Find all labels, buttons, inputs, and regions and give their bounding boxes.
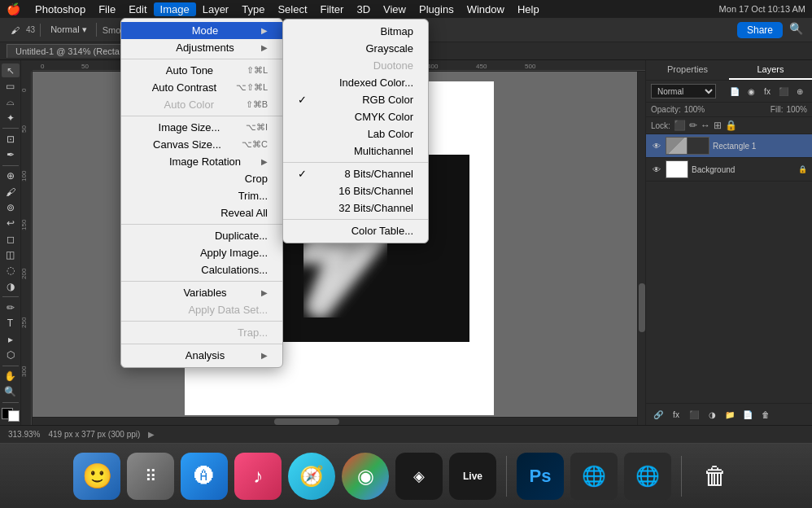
scrollbar-vertical[interactable]	[637, 72, 645, 425]
submenu-lab[interactable]: Lab Color	[283, 125, 428, 142]
search-icon[interactable]: 🔍	[789, 22, 805, 38]
add-mask-btn[interactable]: ⬛	[687, 407, 701, 422]
blend-mode-select[interactable]: Normal	[651, 84, 716, 99]
quick-select-tool[interactable]: ✦	[2, 111, 20, 125]
menu-image-mode[interactable]: Mode ▶ Bitmap Grayscale Duotone Indexed …	[121, 22, 282, 39]
panel-create-icon[interactable]: 📄	[727, 84, 742, 99]
status-arrow[interactable]: ▶	[148, 430, 155, 439]
submenu-32bit[interactable]: 32 Bits/Channel	[283, 199, 428, 217]
delete-layer-btn[interactable]: 🗑	[758, 407, 773, 422]
menu-image-autocontrast[interactable]: Auto Contrast ⌥⇧⌘L	[121, 79, 282, 96]
fx-btn[interactable]: fx	[669, 407, 683, 422]
spot-heal-tool[interactable]: ⊕	[2, 169, 20, 183]
dock-trash[interactable]: 🗑	[692, 453, 739, 500]
menu-image-calculations[interactable]: Calculations...	[121, 261, 282, 278]
panel-mask-icon[interactable]: ⬛	[776, 84, 791, 99]
opacity-value[interactable]: 100%	[684, 105, 705, 114]
lock-artboard-icon[interactable]: ⊞	[714, 120, 722, 131]
scrollbar-thumb-h[interactable]	[274, 418, 339, 425]
menu-image-trim[interactable]: Trim...	[121, 187, 282, 204]
move-tool[interactable]: ↖	[2, 64, 20, 77]
type-tool[interactable]: T	[2, 317, 20, 331]
crop-tool[interactable]: ⊡	[2, 132, 20, 146]
menu-image-imagesize[interactable]: Image Size... ⌥⌘I	[121, 119, 282, 136]
menu-help[interactable]: Help	[511, 2, 546, 16]
color-swatches[interactable]	[2, 408, 20, 422]
dock-music[interactable]: ♪	[234, 453, 282, 500]
share-button[interactable]: Share	[737, 22, 783, 38]
menu-file[interactable]: File	[92, 2, 122, 16]
menu-view[interactable]: View	[377, 2, 413, 16]
submenu-multichannel[interactable]: Multichannel	[283, 142, 428, 160]
menu-image[interactable]: Image	[154, 2, 196, 16]
menu-3d[interactable]: 3D	[350, 2, 377, 16]
dock-browser1[interactable]: 🌐	[570, 453, 618, 500]
brush-tool[interactable]: 🖌	[2, 185, 20, 199]
menu-photoshop[interactable]: Photoshop	[28, 2, 92, 16]
tool-mode-normal[interactable]: Normal ▾	[46, 23, 91, 37]
shape-tool[interactable]: ⬡	[2, 348, 20, 361]
menu-image-crop[interactable]: Crop	[121, 170, 282, 187]
submenu-16bit[interactable]: 16 Bits/Channel	[283, 182, 428, 199]
apple-menu[interactable]: 🍎	[7, 2, 20, 15]
submenu-bitmap[interactable]: Bitmap	[283, 23, 428, 40]
background-color[interactable]	[8, 410, 20, 422]
tab-properties[interactable]: Properties	[646, 60, 729, 80]
zoom-tool[interactable]: 🔍	[2, 385, 20, 399]
layer-item-rectangle1[interactable]: 👁 Rectangle 1	[646, 134, 812, 158]
new-layer-btn[interactable]: 📄	[740, 407, 755, 422]
tool-brush[interactable]: 🖌	[7, 24, 24, 37]
link-layers-btn[interactable]: 🔗	[651, 407, 666, 422]
lock-position-icon[interactable]: ↔	[701, 120, 710, 131]
lock-image-icon[interactable]: ✏	[689, 120, 697, 131]
eyedropper-tool[interactable]: ✒	[2, 148, 20, 162]
menu-image-autotone[interactable]: Auto Tone ⇧⌘L	[121, 62, 282, 79]
submenu-indexed[interactable]: Indexed Color...	[283, 74, 428, 91]
scrollbar-thumb-v[interactable]	[639, 283, 645, 332]
history-brush-tool[interactable]: ↩	[2, 217, 20, 230]
fill-value[interactable]: 100%	[786, 105, 807, 114]
menu-image-applyimage[interactable]: Apply Image...	[121, 244, 282, 261]
panel-adjust-icon[interactable]: ◉	[744, 84, 758, 99]
scrollbar-horizontal[interactable]	[33, 417, 637, 425]
dock-finder[interactable]: 🙂	[73, 453, 120, 500]
submenu-8bit[interactable]: 8 Bits/Channel	[283, 165, 428, 182]
dock-launchpad[interactable]: ⠿	[127, 453, 174, 500]
menu-edit[interactable]: Edit	[122, 2, 153, 16]
menu-type[interactable]: Type	[235, 2, 271, 16]
dock-logic[interactable]: ◈	[395, 453, 443, 500]
dock-chrome[interactable]: ◉	[342, 453, 389, 500]
menu-filter[interactable]: Filter	[314, 2, 351, 16]
submenu-rgb[interactable]: RGB Color	[283, 91, 428, 108]
eraser-tool[interactable]: ◻	[2, 232, 20, 246]
dock-appstore[interactable]: 🅐	[181, 453, 228, 500]
menu-layer[interactable]: Layer	[196, 2, 236, 16]
path-select-tool[interactable]: ▸	[2, 332, 20, 346]
menu-plugins[interactable]: Plugins	[413, 2, 461, 16]
panel-fx-icon[interactable]: fx	[760, 84, 775, 99]
blur-tool[interactable]: ◌	[2, 264, 20, 278]
dock-ableton[interactable]: Live	[449, 453, 496, 500]
hand-tool[interactable]: ✋	[2, 369, 20, 383]
menu-image-analysis[interactable]: Analysis ▶	[121, 347, 282, 364]
document-tab[interactable]: Untitled-1 @ 314% (Recta...	[7, 44, 136, 58]
menu-image-revealall[interactable]: Reveal All	[121, 204, 282, 221]
menu-select[interactable]: Select	[271, 2, 313, 16]
new-adjustment-btn[interactable]: ◑	[705, 407, 719, 422]
lock-all-icon[interactable]: 🔒	[725, 120, 737, 131]
gradient-tool[interactable]: ◫	[2, 247, 20, 261]
dock-photoshop[interactable]: Ps	[517, 453, 564, 500]
pen-tool[interactable]: ✏	[2, 300, 20, 314]
panel-smartobj-icon[interactable]: ⊕	[792, 84, 807, 99]
layer-visibility-rect1[interactable]: 👁	[651, 140, 662, 151]
clone-tool[interactable]: ⊚	[2, 200, 20, 214]
menu-window[interactable]: Window	[461, 2, 511, 16]
selection-tool[interactable]: ▭	[2, 79, 20, 93]
lock-transparent-icon[interactable]: ⬛	[674, 120, 686, 131]
submenu-grayscale[interactable]: Grayscale	[283, 40, 428, 57]
dock-browser2[interactable]: 🌐	[624, 453, 671, 500]
menu-image-canvassize[interactable]: Canvas Size... ⌥⌘C	[121, 136, 282, 153]
menu-image-duplicate[interactable]: Duplicate...	[121, 227, 282, 244]
submenu-cmyk[interactable]: CMYK Color	[283, 108, 428, 125]
dodge-tool[interactable]: ◑	[2, 279, 20, 293]
